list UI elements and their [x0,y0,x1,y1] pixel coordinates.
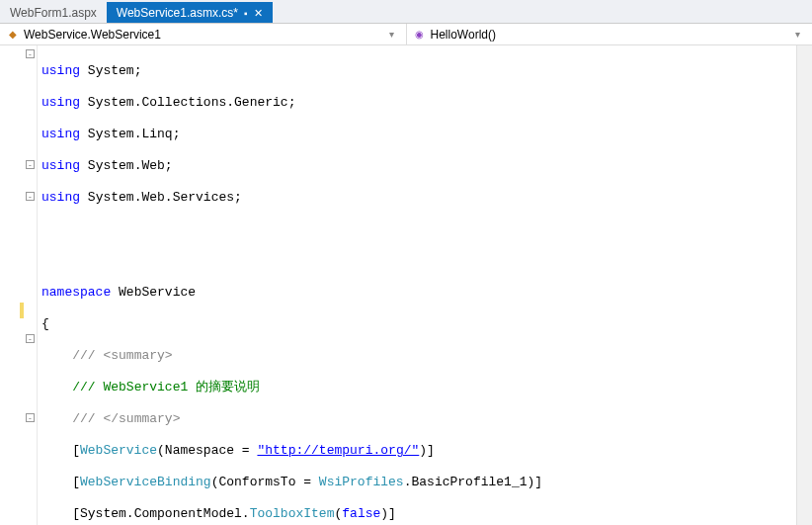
chevron-down-icon: ▾ [389,29,400,40]
fold-toggle[interactable]: - [26,160,35,169]
vertical-scrollbar[interactable] [796,45,812,525]
code-editor[interactable]: - - - - - using System; using System.Col… [0,45,812,525]
tab-webservice[interactable]: WebService1.asmx.cs* ▪ ✕ [107,2,273,23]
class-icon: ◆ [6,28,20,42]
change-marker [20,303,24,318]
fold-toggle[interactable]: - [26,192,35,201]
tab-label: WebForm1.aspx [10,6,97,20]
code-area[interactable]: using System; using System.Collections.G… [38,45,796,525]
member-name: HelloWorld() [431,28,496,42]
type-dropdown[interactable]: ◆ WebService.WebService1 ▾ [0,24,407,44]
fold-toggle[interactable]: - [26,334,35,343]
pin-icon[interactable]: ▪ [244,8,248,19]
editor-margin: - - - - - [0,45,38,525]
nav-bar: ◆ WebService.WebService1 ▾ ◉ HelloWorld(… [0,24,812,45]
close-icon[interactable]: ✕ [254,7,263,20]
tab-label: WebService1.asmx.cs* [117,6,238,20]
tab-strip: WebForm1.aspx WebService1.asmx.cs* ▪ ✕ [0,0,812,24]
fold-toggle[interactable]: - [26,413,35,422]
method-icon: ◉ [413,28,427,42]
type-name: WebService.WebService1 [24,28,161,42]
member-dropdown[interactable]: ◉ HelloWorld() ▾ [407,24,813,44]
tab-webform[interactable]: WebForm1.aspx [0,2,107,23]
chevron-down-icon: ▾ [795,29,806,40]
fold-toggle[interactable]: - [26,49,35,58]
